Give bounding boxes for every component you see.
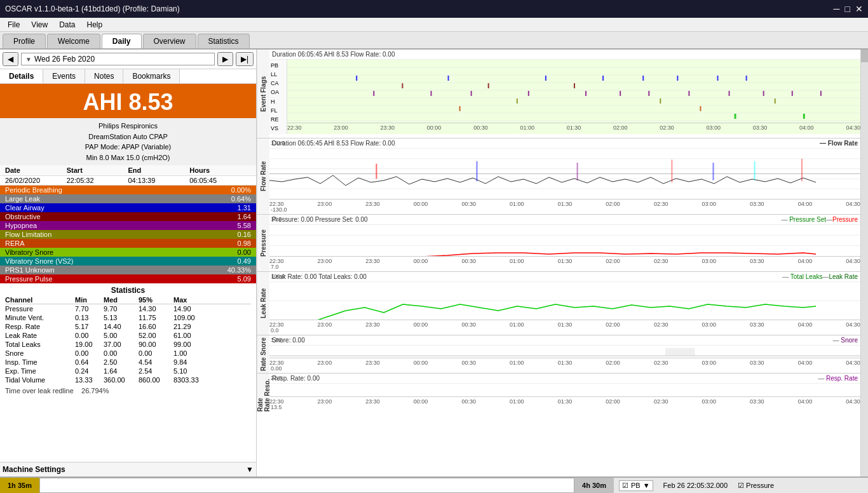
sub-tab-notes[interactable]: Notes — [85, 69, 123, 83]
end-date-button[interactable]: ▶| — [236, 52, 254, 66]
svg-rect-29 — [792, 91, 793, 96]
snore-label: Rate Snore — [257, 335, 269, 373]
title-bar: OSCAR v1.1.0-beta-1 (41bd1ded) (Profile:… — [0, 0, 868, 18]
svg-rect-9 — [448, 76, 449, 81]
leak-rate-x-axis: 22:3023:0023:3000:0000:3001:0001:3002:00… — [269, 320, 860, 331]
leak-rate-chart: Leak Rate Leak Rate: 0.00 Total Leaks: 0… — [257, 272, 860, 335]
event-label: Clear Airway — [5, 204, 238, 212]
svg-rect-48 — [754, 161, 756, 180]
machine-settings-button[interactable]: Machine Settings ▼ — [0, 462, 256, 476]
pressure-chart-area: 15.0 11.0 7.0 — [269, 225, 860, 267]
timeline-bar[interactable] — [39, 478, 574, 493]
stat-row-tidal-volume: Tidal Volume13.33360.00860.008303.33 — [5, 375, 251, 384]
app-title: OSCAR v1.1.0-beta-1 (41bd1ded) (Profile:… — [5, 4, 180, 13]
menu-item-data[interactable]: Data — [54, 19, 80, 30]
leak-rate-chart-area: 100.0 50.0 0.0 — [269, 282, 860, 331]
resp-rate-graph: 22:3023:0023:3000:0000:3001:0001:3002:00… — [269, 384, 860, 408]
svg-rect-43 — [376, 164, 377, 179]
flow-rate-inner: Duration 06:05:45 AHI 8.53 Flow Rate: 0.… — [269, 138, 860, 214]
pb-dropdown[interactable]: ▼ — [643, 482, 650, 489]
statistics-rows: Pressure7.709.7014.3014.90Minute Vent.0.… — [5, 304, 251, 384]
device-model: DreamStation Auto CPAP — [0, 132, 256, 142]
svg-rect-13 — [677, 76, 678, 81]
stat-col-min: Min — [75, 296, 104, 304]
event-row-flow-limitation: Flow Limitation0.16 — [0, 230, 256, 239]
tab-overview[interactable]: Overview — [143, 34, 196, 48]
device-pressure: Min 8.0 Max 15.0 (cmH2O) — [0, 152, 256, 163]
svg-rect-30 — [820, 91, 822, 96]
event-flags-inner: Duration 06:05:45 AHI 8.53 Flow Rate: 0.… — [269, 50, 860, 138]
event-value: 5.58 — [238, 222, 251, 229]
main-content: ◀ ▼ Wed 26 Feb 2020 ▶ ▶| DetailsEventsNo… — [0, 50, 868, 476]
svg-rect-23 — [585, 91, 587, 96]
svg-rect-33 — [775, 98, 776, 104]
ahi-banner: AHI 8.53 — [0, 84, 256, 118]
pressure-x-axis: 22:3023:0023:3000:0000:3001:0001:3002:00… — [269, 256, 860, 267]
prev-date-button[interactable]: ◀ — [3, 52, 18, 66]
right-scrollbar[interactable] — [860, 50, 868, 476]
next-date-button[interactable]: ▶ — [217, 52, 233, 66]
svg-rect-36 — [803, 114, 805, 119]
date-navigation: ◀ ▼ Wed 26 Feb 2020 ▶ ▶| — [0, 50, 256, 69]
snore-title: Snore: 0.00 — Snore — [269, 335, 860, 346]
flow-rate-svg — [269, 149, 860, 199]
svg-rect-14 — [717, 76, 719, 81]
snore-graph: 22:3023:0023:3000:0000:3001:0001:3002:00… — [269, 346, 860, 369]
svg-rect-17 — [488, 83, 489, 88]
close-button[interactable]: ✕ — [855, 4, 863, 14]
session-end: 04:13:39 — [128, 177, 190, 184]
stat-row-pressure: Pressure7.709.7014.3014.90 — [5, 304, 251, 313]
timeline-start: 1h 35m — [0, 478, 39, 493]
menu-bar: FileViewDataHelp — [0, 18, 868, 32]
snore-chart: Rate Snore Snore: 0.00 — Snore 1.00 0.00 — [257, 335, 860, 374]
tab-welcome[interactable]: Welcome — [47, 34, 100, 48]
resp-rate-label: Rate Resp. Rate — [257, 374, 269, 412]
sub-tab-events[interactable]: Events — [43, 69, 85, 83]
svg-rect-16 — [402, 83, 403, 88]
resp-rate-chart-area: 22.0 13.5 22:3023:0023:3000:0 — [269, 384, 860, 408]
pressure-inner: Pressure: 0.00 Pressure Set: 0.00 — Pres… — [269, 215, 860, 271]
event-row-clear-airway: Clear Airway1.31 — [0, 203, 256, 212]
event-row-periodic-breathing: Periodic Breathing0.00% — [0, 186, 256, 194]
stats-scroll-area[interactable]: AHI 8.53 Philips Respironics DreamStatio… — [0, 84, 256, 462]
tab-bar: ProfileWelcomeDailyOverviewStatistics — [0, 32, 868, 50]
sub-tab-bar: DetailsEventsNotesBookmarks — [0, 69, 256, 84]
status-bar: ☑ PB ▼ Feb 26 22:05:32.000 ☑ Pressure — [614, 480, 868, 491]
event-flags-label: Event Flags — [257, 50, 269, 138]
event-value: 0.98 — [238, 240, 251, 247]
event-row-rera: RERA0.98 — [0, 239, 256, 248]
flow-rate-graph: 22:3023:0023:3000:0000:3001:0001:3002:00… — [269, 149, 860, 210]
sub-tab-details[interactable]: Details — [0, 69, 43, 83]
pb-checkbox[interactable]: ☑ — [622, 482, 628, 490]
stat-col-med: Med — [104, 296, 139, 304]
svg-rect-25 — [648, 91, 649, 96]
stat-row-resp.-rate: Resp. Rate5.1714.4016.6021.29 — [5, 322, 251, 331]
menu-item-file[interactable]: File — [3, 19, 25, 30]
minimize-button[interactable]: ─ — [834, 4, 840, 14]
tab-profile[interactable]: Profile — [3, 34, 46, 48]
right-panel: Event Flags Duration 06:05:45 AHI 8.53 F… — [257, 50, 868, 476]
pressure-graph: 22:3023:0023:3000:0000:3001:0001:3002:00… — [269, 225, 860, 267]
menu-item-help[interactable]: Help — [82, 19, 108, 30]
statistics-section: Statistics Channel Min Med 95% Max Press… — [0, 283, 256, 397]
leak-note: Time over leak redline 26.794% — [5, 387, 251, 395]
svg-rect-35 — [700, 106, 701, 111]
pb-select[interactable]: ☑ PB ▼ — [619, 480, 653, 491]
window-controls: ─ □ ✕ — [834, 4, 863, 14]
svg-rect-34 — [459, 106, 461, 111]
svg-rect-18 — [574, 83, 575, 88]
date-label: Date — [5, 166, 67, 174]
leak-rate-inner: Leak Rate: 0.00 Total Leaks: 0.00 — Tota… — [269, 272, 860, 335]
stat-col-max: Max — [173, 296, 215, 304]
menu-item-view[interactable]: View — [26, 19, 53, 30]
charts-area[interactable]: Event Flags Duration 06:05:45 AHI 8.53 F… — [257, 50, 860, 476]
svg-rect-20 — [431, 91, 432, 96]
tab-statistics[interactable]: Statistics — [198, 34, 250, 48]
sub-tab-bookmarks[interactable]: Bookmarks — [123, 69, 180, 83]
pressure-checkbox[interactable]: ☑ — [738, 482, 744, 490]
maximize-button[interactable]: □ — [845, 4, 850, 14]
svg-rect-10 — [545, 76, 546, 81]
current-date: Wed 26 Feb 2020 — [34, 55, 95, 64]
pressure-title: Pressure: 0.00 Pressure Set: 0.00 — Pres… — [269, 215, 860, 225]
tab-daily[interactable]: Daily — [102, 34, 142, 48]
